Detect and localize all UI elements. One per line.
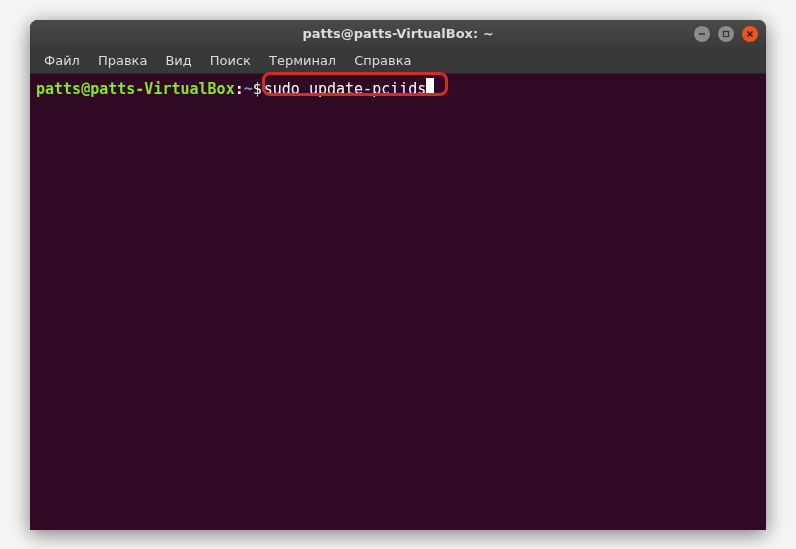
prompt-colon: : bbox=[235, 80, 244, 100]
titlebar[interactable]: patts@patts-VirtualBox: ~ bbox=[30, 20, 766, 48]
close-button[interactable] bbox=[742, 26, 758, 42]
cursor-icon bbox=[426, 78, 434, 94]
terminal-window: patts@patts-VirtualBox: ~ Файл Правка Ви… bbox=[30, 20, 766, 530]
prompt-symbol: $ bbox=[253, 80, 262, 100]
terminal-body[interactable]: patts@patts-VirtualBox:~$ sudo update-pc… bbox=[30, 74, 766, 530]
menu-view[interactable]: Вид bbox=[157, 50, 199, 71]
prompt-user-host: patts@patts-VirtualBox bbox=[36, 80, 235, 100]
menubar: Файл Правка Вид Поиск Терминал Справка bbox=[30, 48, 766, 74]
window-controls bbox=[694, 26, 758, 42]
prompt-line: patts@patts-VirtualBox:~$ sudo update-pc… bbox=[36, 78, 760, 100]
svg-rect-1 bbox=[724, 31, 729, 36]
menu-edit[interactable]: Правка bbox=[90, 50, 155, 71]
command-text: sudo update-pciids bbox=[264, 80, 427, 100]
prompt-path: ~ bbox=[244, 80, 253, 100]
menu-help[interactable]: Справка bbox=[346, 50, 419, 71]
menu-search[interactable]: Поиск bbox=[202, 50, 259, 71]
menu-terminal[interactable]: Терминал bbox=[261, 50, 344, 71]
maximize-button[interactable] bbox=[718, 26, 734, 42]
menu-file[interactable]: Файл bbox=[36, 50, 88, 71]
minimize-button[interactable] bbox=[694, 26, 710, 42]
window-title: patts@patts-VirtualBox: ~ bbox=[302, 26, 493, 41]
